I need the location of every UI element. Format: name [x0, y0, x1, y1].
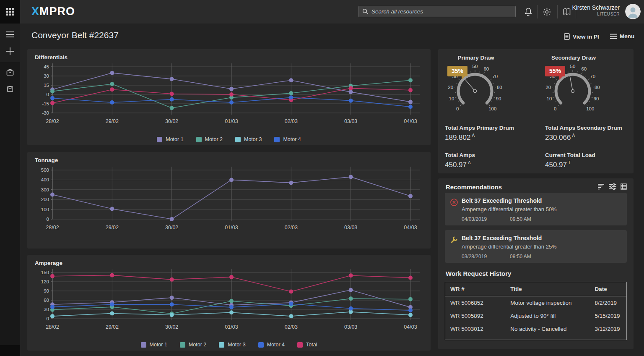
svg-text:90: 90 [44, 288, 49, 293]
stat-label: Current Total Load [545, 152, 627, 158]
svg-text:200: 200 [41, 197, 49, 202]
gauge-value-badge: 55% [545, 66, 565, 76]
search-input[interactable] [371, 8, 506, 15]
stat-value: 230.066A [545, 133, 627, 142]
notifications-bell-icon[interactable] [522, 6, 534, 18]
amperage-chart[interactable]: 150120906030028/0229/0230/0201/0302/0303… [35, 267, 423, 340]
chart-title: Amperage [35, 260, 62, 266]
search-bar[interactable] [358, 6, 516, 17]
svg-text:03/03: 03/03 [344, 225, 357, 230]
table-cell: Motor voltage inspection [505, 296, 589, 310]
legend-item[interactable]: Motor 2 [196, 136, 223, 142]
stat: Total Amps Primary Drum189.802A [445, 125, 545, 142]
settings-gear-icon[interactable] [541, 6, 553, 18]
recommendation-card[interactable]: Belt 37 Exceeding ThresholdAmperage diff… [445, 230, 627, 263]
svg-text:30/02: 30/02 [165, 324, 178, 330]
recommendation-description: Amperage differential greater than 50% [462, 206, 622, 212]
apps-grid-icon[interactable] [0, 3, 20, 20]
svg-text:01/03: 01/03 [225, 118, 238, 124]
filter-sliders-icon[interactable] [609, 183, 616, 190]
svg-text:15: 15 [44, 83, 49, 88]
topbar-divider [557, 5, 558, 18]
legend-item[interactable]: Total [297, 342, 317, 348]
table-row[interactable]: WR 5006852Motor voltage inspection8/2/20… [445, 296, 627, 310]
legend-label: Total [306, 342, 317, 348]
gauge-value-badge: 35% [447, 66, 467, 76]
table-row[interactable]: WR 5003012No activity - Cancelled3/12/20… [445, 322, 627, 340]
legend-swatch [274, 137, 280, 142]
legend-item[interactable]: Motor 1 [141, 342, 167, 348]
stat: Current Total Load450.97T [545, 152, 627, 169]
legend-item[interactable]: Motor 2 [180, 342, 206, 348]
legend-item[interactable]: Motor 4 [274, 136, 301, 142]
svg-text:50: 50 [570, 64, 576, 69]
xmpro-logo[interactable]: XMPRO [31, 5, 75, 18]
recommendation-card[interactable]: Belt 37 Exceeding ThresholdAmperage diff… [445, 193, 627, 225]
svg-text:28/02: 28/02 [46, 324, 59, 330]
svg-text:0: 0 [456, 106, 459, 111]
chart-title: Differentials [35, 54, 68, 60]
table-cell: 3/12/2019 [590, 322, 627, 340]
svg-text:20: 20 [545, 85, 551, 90]
legend-item[interactable]: Motor 1 [157, 136, 183, 142]
legend-label: Motor 4 [283, 136, 301, 142]
svg-text:100: 100 [41, 207, 49, 212]
tonnage-chart[interactable]: 500400300200100028/0229/0230/0201/0302/0… [35, 164, 423, 240]
work-request-history-title: Work Request History [446, 270, 511, 277]
stat-label: Total Amps [445, 152, 545, 158]
legend-label: Motor 3 [244, 136, 262, 142]
sidebar-menu-icon[interactable] [0, 26, 20, 43]
docs-book-icon[interactable] [561, 6, 573, 18]
svg-text:30: 30 [44, 307, 49, 312]
user-menu[interactable]: Kirsten Schwarzer LITEUSER [572, 4, 620, 16]
svg-text:50: 50 [473, 64, 478, 69]
legend-item[interactable]: Motor 3 [235, 136, 262, 142]
svg-text:70: 70 [590, 74, 595, 79]
table-cell: WR 5006852 [445, 296, 506, 310]
sort-icon[interactable] [597, 183, 605, 190]
user-name: Kirsten Schwarzer [572, 4, 620, 11]
avatar[interactable] [625, 4, 641, 19]
tonnage-plot[interactable]: 500400300200100028/0229/0230/0201/0302/0… [35, 164, 423, 238]
add-icon[interactable] [0, 43, 20, 60]
legend-item[interactable]: Motor 3 [219, 342, 245, 348]
svg-text:80: 80 [595, 85, 600, 90]
svg-text:300: 300 [41, 187, 49, 192]
tonnage-panel: Tonnage 500400300200100028/0229/0230/020… [27, 152, 431, 249]
table-view-icon[interactable] [621, 183, 627, 190]
table-cell: 8/2/2019 [590, 296, 627, 310]
svg-text:150: 150 [41, 270, 49, 275]
legend-item[interactable]: Motor 4 [258, 342, 285, 348]
legend-swatch [235, 137, 241, 142]
svg-text:90: 90 [496, 96, 501, 101]
table-cell: No activity - Cancelled [505, 322, 589, 340]
differentials-plot[interactable]: 4530150-15-3028/0229/0230/0201/0302/0303… [35, 61, 423, 133]
recommendation-time: 09:50 AM [510, 216, 531, 222]
differentials-panel: Differentials 4530150-15-3028/0229/0230/… [27, 49, 431, 145]
draw-gauges-panel: Primary Draw010203040506070809010035%Sec… [438, 49, 634, 173]
toolbox-icon[interactable] [0, 64, 20, 81]
legend-label: Motor 2 [205, 136, 223, 142]
recommendation-time: 09:50 AM [510, 254, 531, 259]
svg-text:02/03: 02/03 [285, 324, 298, 330]
svg-text:0: 0 [47, 316, 49, 321]
table-header: Date [590, 282, 627, 296]
chart-legend: Motor 1Motor 2Motor 3Motor 4Total [27, 342, 431, 348]
svg-text:10: 10 [449, 96, 454, 101]
sidebar [0, 0, 20, 356]
table-row[interactable]: WR 5005892Adjusted to 90° fill5/15/2019 [445, 309, 627, 322]
amperage-panel: Amperage 150120906030028/0229/0230/0201/… [27, 255, 431, 351]
archive-icon[interactable] [0, 81, 20, 97]
menu-button[interactable]: Menu [610, 33, 634, 39]
topbar: XMPRO Kirsten Schwarzer LITEUSER [20, 0, 644, 24]
svg-text:04/03: 04/03 [404, 324, 417, 330]
svg-text:60: 60 [483, 66, 489, 71]
work-request-table[interactable]: WR #TitleDate WR 5006852Motor voltage in… [445, 282, 627, 340]
legend-label: Motor 1 [166, 136, 183, 142]
stat-value: 189.802A [445, 133, 545, 142]
amperage-plot[interactable]: 150120906030028/0229/0230/0201/0302/0303… [35, 267, 423, 339]
svg-text:80: 80 [497, 85, 502, 90]
differentials-chart[interactable]: 4530150-15-3028/0229/0230/0201/0302/0303… [35, 61, 423, 135]
view-in-pi-button[interactable]: View in PI [564, 33, 599, 40]
svg-text:120: 120 [41, 279, 49, 284]
